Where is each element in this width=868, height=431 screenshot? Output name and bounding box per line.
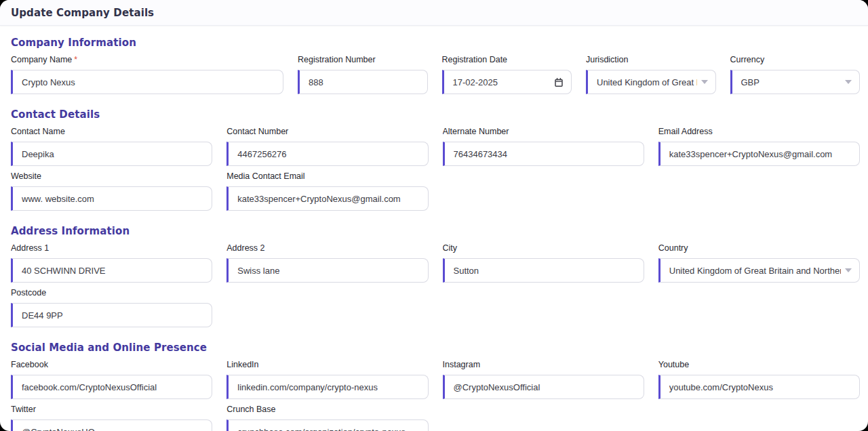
city-input[interactable] xyxy=(443,258,644,283)
chevron-down-icon xyxy=(701,80,708,84)
media-contact-email-input[interactable] xyxy=(226,186,428,211)
page-title: Update Company Details xyxy=(11,7,154,19)
instagram-label: Instagram xyxy=(443,360,644,369)
website-input[interactable] xyxy=(11,186,212,211)
field-contact-name: Contact Name xyxy=(11,127,212,166)
postcode-input[interactable] xyxy=(11,303,212,327)
country-select[interactable]: United Kingdom of Great Britain and Nort… xyxy=(658,258,860,283)
currency-label: Currency xyxy=(730,55,861,64)
page-header: Update Company Details xyxy=(0,0,868,26)
field-website: Website xyxy=(11,171,212,211)
field-country: Country United Kingdom of Great Britain … xyxy=(658,243,860,283)
registration-number-input[interactable] xyxy=(298,70,428,94)
jurisdiction-label: Jurisdiction xyxy=(586,55,716,64)
email-address-label: Email Address xyxy=(658,127,860,136)
field-city: City xyxy=(443,243,644,283)
field-alternate-number: Alternate Number xyxy=(443,127,644,166)
jurisdiction-value: United Kingdom of Great B... xyxy=(597,77,697,87)
country-value: United Kingdom of Great Britain and Nort… xyxy=(669,266,841,276)
required-asterisk: * xyxy=(74,55,77,64)
section-heading-social-media: Social Media and Online Presence xyxy=(11,342,860,354)
country-label: Country xyxy=(658,243,860,253)
website-label: Website xyxy=(11,171,212,181)
section-social-media: Facebook LinkedIn Instagram Youtube Twit… xyxy=(11,360,860,431)
instagram-input[interactable] xyxy=(443,375,644,399)
address-1-label: Address 1 xyxy=(11,243,212,253)
chevron-down-icon xyxy=(845,268,852,272)
facebook-label: Facebook xyxy=(11,360,212,369)
field-email-address: Email Address xyxy=(658,127,860,166)
company-name-input[interactable] xyxy=(11,70,283,94)
label-text: Company Name xyxy=(11,55,72,64)
facebook-input[interactable] xyxy=(11,375,212,399)
field-registration-number: Registration Number xyxy=(298,55,428,94)
media-contact-email-label: Media Contact Email xyxy=(226,171,428,181)
city-label: City xyxy=(443,243,644,253)
crunchbase-label: Crunch Base xyxy=(226,405,428,414)
field-linkedin: LinkedIn xyxy=(226,360,428,399)
field-facebook: Facebook xyxy=(11,360,212,399)
field-contact-number: Contact Number xyxy=(226,127,428,166)
registration-number-label: Registration Number xyxy=(298,55,428,64)
section-heading-address-information: Address Information xyxy=(11,225,860,237)
contact-number-label: Contact Number xyxy=(226,127,428,136)
field-instagram: Instagram xyxy=(443,360,644,399)
alternate-number-input[interactable] xyxy=(443,142,644,166)
contact-number-input[interactable] xyxy=(226,142,428,166)
address-1-input[interactable] xyxy=(11,258,212,283)
registration-date-value: 17-02-2025 xyxy=(453,77,549,87)
field-media-contact-email: Media Contact Email xyxy=(226,171,428,211)
address-2-label: Address 2 xyxy=(226,243,428,253)
field-address-1: Address 1 xyxy=(11,243,212,283)
update-company-details-page: Update Company Details Company Informati… xyxy=(0,0,868,431)
registration-date-input[interactable]: 17-02-2025 xyxy=(442,70,572,94)
section-company-information: Company Name* Registration Number Regist… xyxy=(11,55,860,94)
field-crunchbase: Crunch Base xyxy=(226,405,428,431)
registration-date-label: Registration Date xyxy=(442,55,572,64)
twitter-input[interactable] xyxy=(11,419,212,431)
youtube-input[interactable] xyxy=(658,375,860,399)
field-currency: Currency GBP xyxy=(730,55,861,94)
section-contact-details: Contact Name Contact Number Alternate Nu… xyxy=(11,127,860,211)
jurisdiction-select[interactable]: United Kingdom of Great B... xyxy=(586,70,716,94)
linkedin-label: LinkedIn xyxy=(226,360,428,369)
contact-name-input[interactable] xyxy=(11,142,212,166)
section-heading-contact-details: Contact Details xyxy=(11,108,860,121)
field-twitter: Twitter xyxy=(11,405,212,431)
linkedin-input[interactable] xyxy=(226,375,428,399)
alternate-number-label: Alternate Number xyxy=(443,127,644,136)
contact-name-label: Contact Name xyxy=(11,127,212,136)
field-address-2: Address 2 xyxy=(226,243,428,283)
field-postcode: Postcode xyxy=(11,288,212,327)
twitter-label: Twitter xyxy=(11,405,212,414)
section-address-information: Address 1 Address 2 City Country United … xyxy=(11,243,860,327)
currency-select[interactable]: GBP xyxy=(730,70,861,94)
section-heading-company-information: Company Information xyxy=(11,37,860,49)
chevron-down-icon xyxy=(845,80,852,84)
currency-value: GBP xyxy=(741,77,842,87)
address-2-input[interactable] xyxy=(226,258,428,283)
field-jurisdiction: Jurisdiction United Kingdom of Great B..… xyxy=(586,55,716,94)
postcode-label: Postcode xyxy=(11,288,212,297)
youtube-label: Youtube xyxy=(658,360,860,369)
field-company-name: Company Name* xyxy=(11,55,283,94)
field-youtube: Youtube xyxy=(658,360,860,399)
field-registration-date: Registration Date 17-02-2025 xyxy=(442,55,572,94)
form-content: Company Information Company Name* Regist… xyxy=(0,37,868,431)
email-address-input[interactable] xyxy=(658,142,860,166)
company-name-label: Company Name* xyxy=(11,55,283,64)
calendar-icon[interactable] xyxy=(554,77,564,87)
crunchbase-input[interactable] xyxy=(226,419,428,431)
